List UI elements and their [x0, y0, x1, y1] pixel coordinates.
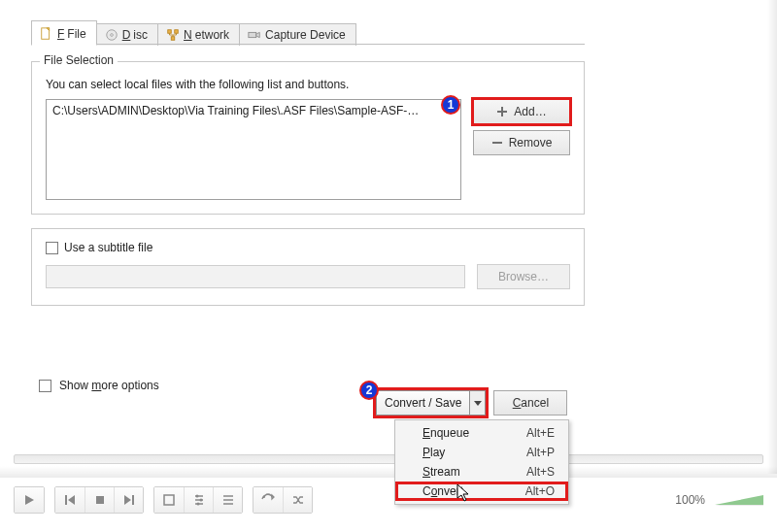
- tab-network[interactable]: Network: [157, 23, 240, 46]
- menu-item-label: Enqueue: [422, 426, 469, 440]
- svg-point-21: [196, 503, 199, 506]
- annotation-badge-1: 1: [441, 95, 460, 115]
- convert-save-dropdown[interactable]: [469, 391, 485, 415]
- svg-rect-5: [175, 30, 179, 34]
- svg-marker-12: [25, 495, 34, 505]
- annotation-badge-2: 2: [359, 381, 379, 400]
- player-settings-button[interactable]: [184, 487, 213, 513]
- player-prev-button[interactable]: [55, 487, 84, 513]
- svg-marker-11: [457, 484, 468, 501]
- next-icon: [122, 493, 136, 507]
- svg-point-19: [195, 495, 198, 498]
- frame-shadow-right: [767, 0, 777, 474]
- menu-item-shortcut: Alt+P: [526, 446, 555, 459]
- cursor-icon: [456, 483, 472, 503]
- shuffle-icon: [291, 493, 305, 507]
- checkbox-icon: [46, 242, 58, 254]
- fullscreen-icon: [162, 493, 176, 507]
- subtitle-path-input: [46, 265, 465, 288]
- volume-text: 100%: [675, 493, 705, 507]
- svg-marker-8: [256, 32, 260, 37]
- player-stop-button[interactable]: [84, 487, 114, 513]
- menu-item-stream[interactable]: Stream Alt+S: [395, 462, 568, 482]
- browse-button: Browse…: [477, 264, 570, 289]
- file-list-item[interactable]: C:\Users\ADMIN\Desktop\Via Training File…: [51, 102, 456, 119]
- browse-button-label: Browse…: [498, 270, 549, 283]
- convert-save-button[interactable]: Convert / Save: [376, 390, 486, 416]
- menu-item-play[interactable]: Play Alt+P: [395, 443, 568, 462]
- convert-save-menu: Enqueue Alt+E Play Alt+P Stream Alt+S Co…: [394, 419, 569, 505]
- chevron-down-icon: [474, 396, 482, 410]
- file-selection-hint: You can select local files with the foll…: [46, 78, 570, 91]
- player-controls: 100%: [14, 483, 763, 516]
- player-fullscreen-button[interactable]: [154, 487, 184, 513]
- player-next-button[interactable]: [114, 487, 143, 513]
- svg-point-20: [199, 499, 202, 502]
- svg-rect-18: [164, 495, 174, 505]
- sliders-icon: [192, 493, 206, 507]
- tab-file[interactable]: FFile: [31, 20, 97, 46]
- show-more-label: Show more options: [59, 379, 159, 392]
- plus-icon: [496, 106, 508, 117]
- list-icon: [221, 493, 235, 507]
- tabs: FFile Disc Network Capture Device: [31, 19, 585, 45]
- frame-shadow-bottom: [0, 466, 777, 478]
- svg-marker-14: [68, 495, 75, 505]
- stop-icon: [93, 493, 107, 507]
- tab-file-label: File: [67, 27, 85, 41]
- svg-rect-13: [65, 495, 67, 505]
- minus-icon: [491, 137, 503, 149]
- menu-item-enqueue[interactable]: Enqueue Alt+E: [395, 423, 568, 443]
- svg-rect-4: [168, 30, 172, 34]
- player-playlist-button[interactable]: [213, 487, 242, 513]
- tab-network-letter: N: [184, 28, 192, 42]
- convert-save-label: Convert / Save: [377, 391, 469, 415]
- group-subtitle: Use a subtitle file Browse…: [31, 228, 585, 306]
- dialog-action-buttons: Convert / Save Cancel: [376, 390, 567, 416]
- show-more-options-checkbox[interactable]: Show more options: [39, 379, 159, 392]
- file-list[interactable]: C:\Users\ADMIN\Desktop\Via Training File…: [46, 99, 461, 200]
- remove-button[interactable]: Remove: [473, 130, 570, 155]
- cancel-button[interactable]: Cancel: [493, 390, 567, 416]
- volume-slider[interactable]: [715, 495, 763, 505]
- checkbox-icon: [39, 380, 51, 392]
- use-subtitle-label: Use a subtitle file: [64, 241, 152, 254]
- player-seekbar[interactable]: [14, 454, 763, 464]
- tab-capture[interactable]: Capture Device: [239, 23, 356, 46]
- disc-icon: [105, 28, 118, 42]
- menu-item-label: Stream: [422, 465, 460, 479]
- svg-rect-7: [249, 32, 256, 37]
- cancel-button-label: Cancel: [513, 396, 549, 410]
- menu-item-shortcut: Alt+E: [526, 426, 555, 440]
- tab-file-letter: F: [57, 27, 64, 41]
- play-icon: [22, 493, 36, 507]
- svg-rect-15: [96, 496, 104, 504]
- group-file-selection-legend: File Selection: [40, 53, 118, 67]
- tab-network-label: etwork: [195, 28, 229, 42]
- svg-rect-6: [171, 37, 175, 41]
- tab-disc-label: isc: [133, 28, 148, 42]
- add-button[interactable]: Add…: [473, 99, 570, 124]
- player-shuffle-button[interactable]: [283, 487, 312, 513]
- tab-underline: [31, 44, 585, 45]
- group-file-selection: File Selection You can select local file…: [31, 61, 585, 215]
- player-play-button[interactable]: [15, 487, 44, 513]
- svg-rect-17: [132, 495, 134, 505]
- menu-item-convert[interactable]: Convert Alt+O: [395, 482, 568, 501]
- capture-icon: [248, 28, 261, 42]
- open-media-dialog: FFile Disc Network Capture Device File S…: [31, 19, 585, 306]
- file-list-buttons: Add… Remove: [473, 99, 570, 155]
- loop-icon: [261, 493, 275, 507]
- svg-marker-16: [124, 495, 131, 505]
- tab-disc[interactable]: Disc: [96, 23, 158, 46]
- add-button-label: Add…: [514, 105, 546, 118]
- tab-disc-letter: D: [122, 28, 131, 42]
- menu-item-shortcut: Alt+S: [526, 465, 555, 479]
- use-subtitle-checkbox[interactable]: Use a subtitle file: [46, 241, 152, 254]
- remove-button-label: Remove: [509, 136, 553, 150]
- svg-point-3: [110, 34, 113, 37]
- player-loop-button[interactable]: [253, 487, 283, 513]
- menu-item-label: Play: [422, 446, 445, 459]
- network-icon: [166, 28, 180, 42]
- tab-capture-label: Capture Device: [265, 28, 346, 42]
